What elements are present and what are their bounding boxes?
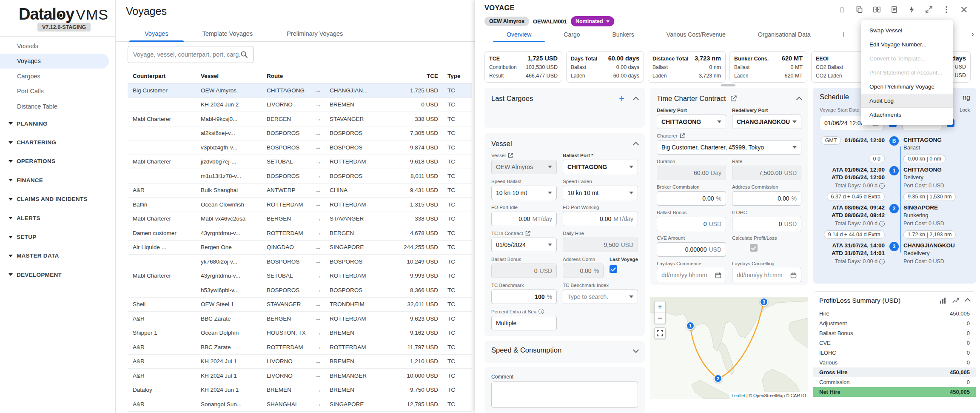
status-badge[interactable]: Nominated [571, 16, 614, 26]
table-row[interactable]: Mabl Charterer jizdvbbg7ej-... SETUBAL →… [128, 155, 472, 169]
sidebar-section[interactable]: CHARTERING [0, 133, 115, 152]
timeline-stop[interactable]: ATA 31/07/24, 14:00 ATD 31/07/24, 14:01 … [820, 242, 969, 265]
table-row[interactable]: Dataloy KH 2024 Jun 1 BREMEN → BREMEN 9,… [128, 383, 472, 398]
voyage-search[interactable] [128, 46, 254, 63]
external-link-icon[interactable] [730, 95, 737, 102]
tab-organisational-data[interactable]: Organisational Data [742, 27, 827, 42]
bolt-icon[interactable] [907, 5, 916, 14]
collapse-icon[interactable] [633, 141, 639, 147]
col-vessel[interactable]: Vessel [196, 73, 262, 79]
sidebar-section[interactable]: CLAIMS AND INCIDENTS [0, 190, 115, 209]
tab-partial[interactable]: I [827, 27, 861, 42]
table-row[interactable]: A&R BBC Zarate ROTTERDAM → ROTTERDAM 11,… [128, 340, 472, 355]
tab-overview[interactable]: Overview [490, 27, 547, 42]
sidebar-section[interactable]: DEVELOPMENT [0, 265, 115, 284]
bar-chart-icon[interactable] [940, 297, 946, 304]
expand-icon[interactable] [633, 347, 639, 353]
tab-various-cost-revenue[interactable]: Various Cost/Revenue [650, 27, 742, 42]
zoom-in-button[interactable]: + [655, 301, 665, 313]
external-link-icon[interactable] [525, 231, 530, 236]
menu-item[interactable]: Swap Vessel [861, 23, 953, 37]
collapse-icon[interactable] [633, 96, 639, 102]
search-input[interactable] [133, 51, 240, 58]
table-row[interactable]: Mabl Charterer Mabl-i9kcsj0... BERGEN → … [128, 112, 472, 126]
last-voyage-checkbox[interactable] [610, 265, 617, 273]
sidebar-section[interactable]: PLANNING [0, 114, 115, 133]
table-row[interactable]: Baffin Ocean Clownfish ROTTERDAM → ROTTE… [128, 198, 472, 212]
sidebar-item[interactable]: Port Calls [0, 84, 115, 99]
menu-item[interactable]: Audit Log [861, 94, 953, 108]
tab-cargo[interactable]: Cargo [547, 27, 596, 42]
timeline-origin-stop[interactable]: GMT01/06/24, 12:00 B CHITTAGONG Ballast [820, 136, 969, 152]
col-type[interactable]: Type [442, 73, 468, 79]
menu-item[interactable]: Open Preliminary Voyage [861, 80, 953, 94]
fullscreen-button[interactable] [654, 327, 666, 339]
col-tce[interactable]: TCE [395, 73, 442, 79]
table-row[interactable]: Damen customer 43yrgntdmu-v... ROTTERDAM… [128, 226, 472, 241]
tab-template-voyages[interactable]: Template Voyages [185, 26, 270, 41]
search-icon[interactable] [240, 51, 248, 58]
sidebar-item[interactable]: Cargoes [0, 69, 115, 84]
timeline-stop[interactable]: ATA 08/06/24, 09:42 ATD 08/06/24, 09:42 … [820, 204, 969, 227]
sidebar-section[interactable]: FINANCE [0, 171, 115, 189]
delete-icon[interactable] [838, 5, 846, 14]
table-row[interactable]: al2ksi6xej-v... BOSPOROS → BOSPOROS 7,30… [128, 126, 472, 141]
col-counterpart[interactable]: Counterpart [128, 73, 196, 79]
sidebar-section[interactable]: SETUP [0, 227, 115, 246]
sidebar-section[interactable]: ALERTS [0, 209, 115, 227]
kpi-scrollbar[interactable] [721, 84, 735, 86]
table-row[interactable]: A&R BBC Zarate BERGEN → ROTTERDAM 9,623 … [128, 312, 472, 326]
table-row[interactable]: Air Liquide ... Bergen One QINGDAO → SIN… [128, 241, 472, 255]
tab-voyages[interactable]: Voyages [128, 26, 185, 41]
menu-item[interactable]: Convert to Template... [861, 52, 953, 66]
table-row[interactable]: Big Customer OEW Almyros CHITTAGONG → CH… [128, 83, 472, 98]
sidebar-section[interactable]: OPERATIONS [0, 152, 115, 171]
table-row[interactable]: KH 2024 Jun 2 LIVORNO → BREMEN 0 USD TC [128, 98, 472, 112]
col-route[interactable]: Route [262, 73, 312, 79]
voyage-map[interactable]: 1 2 3 + − Leaflet | © OpenStreetMap © CA… [650, 297, 808, 399]
collapse-icon[interactable] [965, 298, 971, 304]
info-icon[interactable]: i [879, 221, 885, 227]
info-icon[interactable]: i [538, 309, 544, 314]
table-row[interactable]: A&R KH 2024 Jul 1 LIVORNO → BREMEN 1,210… [128, 355, 472, 369]
external-link-icon[interactable] [680, 133, 685, 138]
map-marker-3[interactable]: 3 [760, 298, 768, 306]
expand-icon[interactable] [925, 5, 933, 14]
tabs-scroll-right-icon[interactable]: › [971, 29, 974, 39]
external-link-icon[interactable] [508, 153, 513, 158]
table-row[interactable]: Shell OEW Steel 1 STAVANGER → TRONDHEIM … [128, 298, 472, 312]
sidebar-item[interactable]: Voyages [0, 54, 109, 69]
leaflet-link[interactable]: Leaflet [732, 393, 745, 398]
table-row[interactable]: v3plxz4gfh-v... BOSPOROS → BOSPOROS 9,87… [128, 141, 472, 155]
table-row[interactable]: A&R KH 2024 Jul 1 LIVORNO → BREMANGER 10… [128, 369, 472, 383]
close-icon[interactable] [960, 5, 968, 14]
table-row[interactable]: A&R Bulk Shanghai ANTWERP → CHINA 9,431 … [128, 184, 472, 198]
kebab-icon[interactable] [942, 5, 951, 14]
menu-item[interactable]: Attachments [861, 108, 953, 122]
zoom-out-button[interactable]: − [655, 313, 665, 324]
table-row[interactable]: m1u13i1z78-v... BOSPOROS → BOSPOROS 8,01… [128, 169, 472, 184]
info-icon[interactable]: i [879, 259, 885, 264]
timezone-chip[interactable]: GMT [821, 136, 841, 145]
table-row[interactable]: h53ywl6pbi-v... BOSPOROS → BOSPOROS 8,36… [128, 283, 472, 298]
table-row[interactable]: Shipper 1 Ocean Dolphin HOUSTON, TX → BR… [128, 326, 472, 341]
sidebar-section[interactable]: MASTER DATA [0, 247, 115, 265]
waterfall-chart-icon[interactable] [952, 297, 960, 304]
info-icon[interactable]: i [879, 183, 885, 189]
schedule-tab-fragment[interactable]: ng [963, 94, 970, 101]
menu-item[interactable]: Edit Voyage Number... [861, 37, 953, 52]
sidebar-item[interactable]: Vessels [0, 38, 115, 54]
map-marker-1[interactable]: 1 [686, 321, 695, 330]
tab-bunkers[interactable]: Bunkers [596, 27, 650, 42]
compare-icon[interactable] [872, 5, 881, 14]
tab-preliminary-voyages[interactable]: Preliminary Voyages [270, 26, 360, 41]
add-cargo-button[interactable]: + [619, 96, 624, 102]
calendar-icon[interactable] [715, 272, 721, 278]
timeline-stop[interactable]: ATA 01/06/24, 12:00 ATD 01/06/24, 12:00 … [820, 166, 969, 189]
table-row[interactable]: A&R Sonangol Sun... SHANGHAI → SINGAPORE… [128, 397, 472, 412]
sidebar-item[interactable]: Distance Table [0, 99, 115, 114]
table-row[interactable]: yk7680i2oj-v... BOSPOROS → BOSPOROS 10,2… [128, 255, 472, 269]
copy-icon[interactable] [855, 5, 863, 14]
table-row[interactable]: Mabl Charterer 43yrgntdmu-v... SETUBAL →… [128, 269, 472, 284]
menu-item[interactable]: Print Statement of Account... [861, 66, 953, 80]
